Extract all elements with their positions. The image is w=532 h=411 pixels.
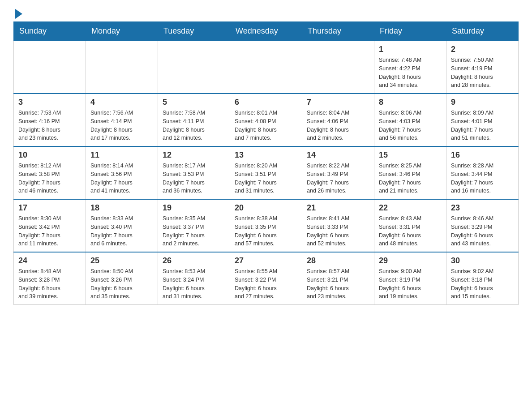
cell-date-number: 24	[18, 256, 81, 265]
weekday-header-thursday: Thursday	[302, 22, 374, 41]
calendar-cell: 6Sunrise: 8:01 AM Sunset: 4:08 PM Daylig…	[230, 94, 302, 146]
weekday-header-tuesday: Tuesday	[158, 22, 230, 41]
calendar-cell: 28Sunrise: 8:57 AM Sunset: 3:21 PM Dayli…	[302, 252, 374, 305]
cell-sun-info: Sunrise: 7:56 AM Sunset: 4:14 PM Dayligh…	[90, 109, 153, 142]
calendar-cell: 18Sunrise: 8:33 AM Sunset: 3:40 PM Dayli…	[86, 199, 158, 252]
calendar-cell: 20Sunrise: 8:38 AM Sunset: 3:35 PM Dayli…	[230, 199, 302, 252]
weekday-header-wednesday: Wednesday	[230, 22, 302, 41]
calendar-cell: 11Sunrise: 8:14 AM Sunset: 3:56 PM Dayli…	[86, 146, 158, 199]
cell-date-number: 11	[90, 150, 153, 160]
calendar-cell: 15Sunrise: 8:25 AM Sunset: 3:46 PM Dayli…	[374, 146, 446, 199]
calendar-cell	[158, 41, 230, 94]
calendar-cell: 14Sunrise: 8:22 AM Sunset: 3:49 PM Dayli…	[302, 146, 374, 199]
logo	[13, 9, 22, 17]
cell-date-number: 12	[163, 150, 225, 160]
cell-sun-info: Sunrise: 8:50 AM Sunset: 3:26 PM Dayligh…	[90, 267, 153, 301]
cell-sun-info: Sunrise: 8:09 AM Sunset: 4:01 PM Dayligh…	[451, 109, 514, 142]
calendar-cell: 17Sunrise: 8:30 AM Sunset: 3:42 PM Dayli…	[14, 199, 86, 252]
calendar-cell: 29Sunrise: 9:00 AM Sunset: 3:19 PM Dayli…	[374, 252, 446, 305]
calendar-cell: 1Sunrise: 7:48 AM Sunset: 4:22 PM Daylig…	[374, 41, 446, 94]
calendar-cell: 12Sunrise: 8:17 AM Sunset: 3:53 PM Dayli…	[158, 146, 230, 199]
calendar-cell	[302, 41, 374, 94]
cell-date-number: 15	[379, 150, 442, 160]
page-header	[13, 9, 519, 17]
cell-date-number: 28	[307, 256, 369, 265]
week-row-3: 10Sunrise: 8:12 AM Sunset: 3:58 PM Dayli…	[14, 146, 519, 199]
cell-sun-info: Sunrise: 8:38 AM Sunset: 3:35 PM Dayligh…	[235, 214, 297, 248]
cell-sun-info: Sunrise: 8:30 AM Sunset: 3:42 PM Dayligh…	[18, 214, 81, 248]
calendar-cell	[230, 41, 302, 94]
cell-date-number: 26	[163, 256, 225, 265]
cell-date-number: 21	[307, 203, 369, 213]
calendar-cell: 9Sunrise: 8:09 AM Sunset: 4:01 PM Daylig…	[446, 94, 519, 146]
calendar-cell	[14, 41, 86, 94]
logo-arrow-icon	[15, 9, 22, 19]
cell-sun-info: Sunrise: 8:01 AM Sunset: 4:08 PM Dayligh…	[235, 109, 297, 142]
week-row-2: 3Sunrise: 7:53 AM Sunset: 4:16 PM Daylig…	[14, 94, 519, 146]
cell-date-number: 23	[451, 203, 514, 213]
cell-date-number: 20	[235, 203, 297, 213]
cell-date-number: 4	[90, 98, 153, 107]
cell-date-number: 8	[379, 98, 442, 107]
calendar-table: SundayMondayTuesdayWednesdayThursdayFrid…	[13, 21, 519, 305]
calendar-cell: 5Sunrise: 7:58 AM Sunset: 4:11 PM Daylig…	[158, 94, 230, 146]
cell-sun-info: Sunrise: 8:12 AM Sunset: 3:58 PM Dayligh…	[18, 162, 81, 195]
cell-sun-info: Sunrise: 8:06 AM Sunset: 4:03 PM Dayligh…	[379, 109, 442, 142]
cell-sun-info: Sunrise: 8:35 AM Sunset: 3:37 PM Dayligh…	[163, 214, 225, 248]
calendar-cell: 23Sunrise: 8:46 AM Sunset: 3:29 PM Dayli…	[446, 199, 519, 252]
cell-date-number: 19	[163, 203, 225, 213]
cell-date-number: 6	[235, 98, 297, 107]
week-row-4: 17Sunrise: 8:30 AM Sunset: 3:42 PM Dayli…	[14, 199, 519, 252]
calendar-cell: 22Sunrise: 8:43 AM Sunset: 3:31 PM Dayli…	[374, 199, 446, 252]
weekday-header-saturday: Saturday	[446, 22, 519, 41]
cell-date-number: 27	[235, 256, 297, 265]
calendar-cell: 30Sunrise: 9:02 AM Sunset: 3:18 PM Dayli…	[446, 252, 519, 305]
cell-sun-info: Sunrise: 8:33 AM Sunset: 3:40 PM Dayligh…	[90, 214, 153, 248]
calendar-cell: 8Sunrise: 8:06 AM Sunset: 4:03 PM Daylig…	[374, 94, 446, 146]
calendar-cell: 3Sunrise: 7:53 AM Sunset: 4:16 PM Daylig…	[14, 94, 86, 146]
cell-sun-info: Sunrise: 8:04 AM Sunset: 4:06 PM Dayligh…	[307, 109, 369, 142]
cell-date-number: 2	[451, 45, 514, 54]
cell-sun-info: Sunrise: 8:41 AM Sunset: 3:33 PM Dayligh…	[307, 214, 369, 248]
weekday-header-monday: Monday	[86, 22, 158, 41]
calendar-cell: 19Sunrise: 8:35 AM Sunset: 3:37 PM Dayli…	[158, 199, 230, 252]
cell-date-number: 22	[379, 203, 442, 213]
cell-sun-info: Sunrise: 8:43 AM Sunset: 3:31 PM Dayligh…	[379, 214, 442, 248]
cell-date-number: 29	[379, 256, 442, 265]
cell-sun-info: Sunrise: 8:22 AM Sunset: 3:49 PM Dayligh…	[307, 162, 369, 195]
calendar-cell: 7Sunrise: 8:04 AM Sunset: 4:06 PM Daylig…	[302, 94, 374, 146]
cell-date-number: 10	[18, 150, 81, 160]
calendar-cell: 4Sunrise: 7:56 AM Sunset: 4:14 PM Daylig…	[86, 94, 158, 146]
calendar-cell	[86, 41, 158, 94]
cell-date-number: 18	[90, 203, 153, 213]
calendar-cell: 13Sunrise: 8:20 AM Sunset: 3:51 PM Dayli…	[230, 146, 302, 199]
cell-date-number: 13	[235, 150, 297, 160]
cell-sun-info: Sunrise: 8:46 AM Sunset: 3:29 PM Dayligh…	[451, 214, 514, 248]
cell-sun-info: Sunrise: 8:53 AM Sunset: 3:24 PM Dayligh…	[163, 267, 225, 301]
cell-sun-info: Sunrise: 8:28 AM Sunset: 3:44 PM Dayligh…	[451, 162, 514, 195]
cell-sun-info: Sunrise: 7:53 AM Sunset: 4:16 PM Dayligh…	[18, 109, 81, 142]
week-row-5: 24Sunrise: 8:48 AM Sunset: 3:28 PM Dayli…	[14, 252, 519, 305]
logo-line1	[13, 9, 22, 19]
weekday-header-friday: Friday	[374, 22, 446, 41]
cell-sun-info: Sunrise: 7:48 AM Sunset: 4:22 PM Dayligh…	[379, 56, 442, 90]
calendar-cell: 21Sunrise: 8:41 AM Sunset: 3:33 PM Dayli…	[302, 199, 374, 252]
weekday-header-sunday: Sunday	[14, 22, 86, 41]
weekday-header-row: SundayMondayTuesdayWednesdayThursdayFrid…	[14, 22, 519, 41]
calendar-cell: 25Sunrise: 8:50 AM Sunset: 3:26 PM Dayli…	[86, 252, 158, 305]
cell-date-number: 17	[18, 203, 81, 213]
week-row-1: 1Sunrise: 7:48 AM Sunset: 4:22 PM Daylig…	[14, 41, 519, 94]
cell-sun-info: Sunrise: 8:25 AM Sunset: 3:46 PM Dayligh…	[379, 162, 442, 195]
cell-date-number: 30	[451, 256, 514, 265]
cell-date-number: 5	[163, 98, 225, 107]
cell-sun-info: Sunrise: 8:57 AM Sunset: 3:21 PM Dayligh…	[307, 267, 369, 301]
cell-sun-info: Sunrise: 9:02 AM Sunset: 3:18 PM Dayligh…	[451, 267, 514, 301]
calendar-cell: 10Sunrise: 8:12 AM Sunset: 3:58 PM Dayli…	[14, 146, 86, 199]
calendar-cell: 16Sunrise: 8:28 AM Sunset: 3:44 PM Dayli…	[446, 146, 519, 199]
cell-sun-info: Sunrise: 8:14 AM Sunset: 3:56 PM Dayligh…	[90, 162, 153, 195]
cell-sun-info: Sunrise: 8:55 AM Sunset: 3:22 PM Dayligh…	[235, 267, 297, 301]
cell-sun-info: Sunrise: 8:48 AM Sunset: 3:28 PM Dayligh…	[18, 267, 81, 301]
cell-sun-info: Sunrise: 7:50 AM Sunset: 4:19 PM Dayligh…	[451, 56, 514, 90]
cell-date-number: 1	[379, 45, 442, 54]
cell-sun-info: Sunrise: 8:17 AM Sunset: 3:53 PM Dayligh…	[163, 162, 225, 195]
